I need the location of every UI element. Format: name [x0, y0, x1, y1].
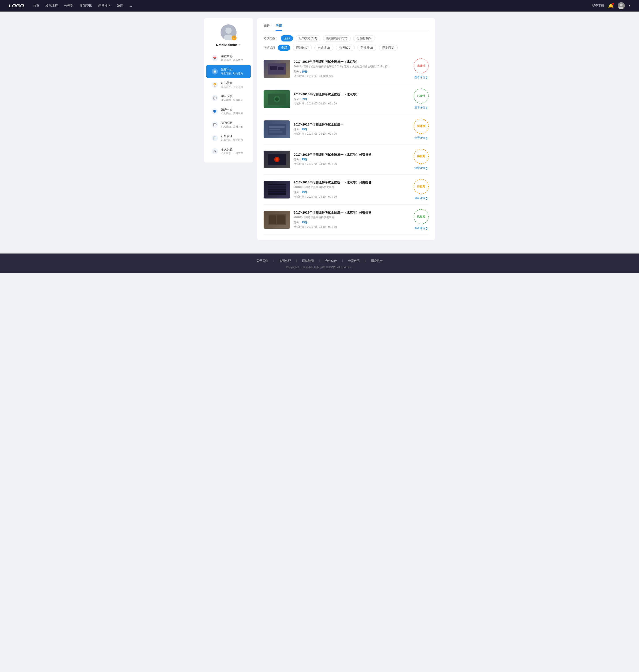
footer-link-partner[interactable]: 合作伙伴 — [325, 259, 337, 263]
footer-link-about[interactable]: 关于我们 — [256, 259, 268, 263]
page-container: 🏅 Natalie Smith ✏ 📅 课程中心 精彩课程、不容错过 ☰ 题库中… — [200, 12, 439, 247]
exam-action-5: 待批阅 查看详情 ❯ — [414, 179, 428, 200]
nav-more[interactable]: ... — [129, 4, 132, 8]
filter-type-paid[interactable]: 付费批卷(6) — [353, 35, 375, 42]
app-download-link[interactable]: APP下载 — [592, 4, 604, 8]
exam-detail-link-1[interactable]: 查看详情 ❯ — [415, 76, 428, 79]
footer-link-recruit[interactable]: 招贤纳士 — [371, 259, 383, 263]
filter-status-reviewed[interactable]: 已批阅(2) — [379, 45, 398, 51]
navbar: LOGO 首页 发现课程 公开课 新闻资讯 问答社区 题库 ... APP下载 … — [0, 0, 639, 12]
nav-question[interactable]: 题库 — [117, 4, 123, 8]
svg-rect-25 — [269, 215, 276, 224]
main-content: 题库 考试 考试类型： 全部 证书类考试(4) 随机抽题考试(5) 付费批卷(6… — [258, 18, 435, 240]
footer-link-disclaimer[interactable]: 免责声明 — [348, 259, 360, 263]
filter-type-random[interactable]: 随机抽题考试(5) — [323, 35, 350, 42]
exam-action-6: 已批阅 查看详情 ❯ — [414, 209, 428, 230]
filter-status-label: 考试状态 — [264, 46, 275, 50]
badge-icon: 🏆 — [212, 82, 218, 88]
badge-title: 证书荣誉 — [221, 81, 243, 85]
exam-detail-link-5[interactable]: 查看详情 ❯ — [415, 196, 428, 200]
filter-type-label: 考试类型： — [264, 36, 278, 41]
thumb-image-1 — [268, 63, 286, 75]
exam-detail-link-6[interactable]: 查看详情 ❯ — [415, 226, 428, 230]
exam-action-4: 待批阅 查看详情 ❯ — [414, 149, 428, 170]
sidebar-item-message[interactable]: 💭 我的消息 消息通知、及时了解 — [206, 118, 251, 131]
svg-rect-13 — [269, 126, 285, 128]
exam-title-6: 2017–2018年行测证件考试全国统一（北京卷）付费批卷 — [294, 211, 410, 215]
exam-info-3: 2017–2018年行测证件考试全国统一 得分：99分 考试时间：2019–05… — [294, 123, 410, 136]
sidebar-item-setting[interactable]: ⚙ 个人设置 个人信息、一键管理 — [206, 145, 251, 158]
nav-news[interactable]: 新闻资讯 — [80, 4, 92, 8]
sidebar-item-account[interactable]: 💙 账户中心 个人权益、实时掌握 — [206, 105, 251, 118]
exam-info-5: 2017–2018年行测证件考试全国统一（北京卷）付费批卷 2018年行测考试是… — [294, 180, 410, 199]
exam-detail-link-3[interactable]: 查看详情 ❯ — [415, 136, 428, 140]
exam-item: 2017–2018年行测证件考试全国统一（北京卷）付费批卷 得分：25分 考试时… — [264, 144, 428, 175]
logo[interactable]: LOGO — [9, 3, 24, 9]
exam-thumbnail-4 — [264, 150, 290, 168]
exam-detail-link-4[interactable]: 查看详情 ❯ — [415, 166, 428, 170]
nav-right: APP下载 🔔 ▾ — [592, 2, 630, 9]
exam-time-3: 考试时间：2019–05–03 10：09：09 — [294, 132, 410, 136]
nav-qa[interactable]: 问答社区 — [98, 4, 111, 8]
filter-status-passed[interactable]: 已通过(2) — [293, 45, 312, 51]
filter-status-review[interactable]: 待批阅(2) — [357, 45, 376, 51]
filter-type-cert[interactable]: 证书类考试(4) — [296, 35, 321, 42]
profile-edit-icon[interactable]: ✏ — [238, 43, 241, 47]
order-sub: 订单支出、明明白白 — [221, 139, 243, 142]
exam-info-2: 2017–2018年行测证件考试全国统一（北京卷） 得分：99分 考试时间：20… — [294, 93, 410, 106]
tab-exam[interactable]: 考试 — [276, 23, 282, 31]
profile-name: Natalie Smith — [216, 43, 237, 47]
exam-detail-link-2[interactable]: 查看详情 ❯ — [415, 106, 428, 110]
exam-score-2: 得分：99分 — [294, 97, 410, 101]
user-menu-dropdown-icon[interactable]: ▾ — [629, 4, 630, 7]
badge-sub: 收获荣誉、持证上岗 — [221, 85, 243, 89]
exam-item: 2017–2018年行测证件考试全国统一（北京卷） 2018年行测考试是最值得多… — [264, 54, 428, 84]
exam-desc-5: 2018年行测考试是最值得多去研究 — [294, 186, 410, 189]
exam-desc-6: 2018年行测考试是最值得多去研究 — [294, 215, 410, 219]
exam-status-stamp-6: 已批阅 — [414, 209, 428, 224]
filter-status-notpassed[interactable]: 未通过(2) — [314, 45, 333, 51]
tab-question-bank[interactable]: 题库 — [264, 23, 270, 31]
sidebar-item-order[interactable]: 📄 订单管理 订单支出、明明白白 — [206, 131, 251, 144]
sidebar-menu: 📅 课程中心 精彩课程、不容错过 ☰ 题库中心 海量习题、助力通关 🏆 证书荣誉… — [204, 52, 253, 158]
svg-rect-21 — [268, 188, 286, 189]
avatar-icon — [618, 2, 625, 9]
exam-status-stamp-4: 待批阅 — [414, 149, 428, 164]
thumb-image-4 — [268, 154, 286, 165]
sidebar-item-question[interactable]: ☰ 题库中心 海量习题、助力通关 — [206, 65, 251, 78]
message-title: 我的消息 — [221, 121, 243, 125]
exam-thumbnail-1 — [264, 60, 290, 78]
filter-status-pending[interactable]: 待考试(2) — [336, 45, 355, 51]
svg-point-4 — [225, 28, 232, 34]
exam-status-stamp-3: 待考试 — [414, 119, 428, 134]
exam-thumbnail-5 — [264, 181, 290, 198]
message-sub: 消息通知、及时了解 — [221, 125, 243, 128]
filter-type-all[interactable]: 全部 — [281, 35, 293, 42]
exam-thumbnail-3 — [264, 121, 290, 138]
nav-discover[interactable]: 发现课程 — [46, 4, 58, 8]
footer-link-agent[interactable]: 加盟代理 — [279, 259, 291, 263]
filter-status-row: 考试状态 全部 已通过(2) 未通过(2) 待考试(2) 待批阅(2) 已批阅(… — [264, 45, 428, 51]
thumb-image-2 — [268, 94, 286, 105]
filter-status-all[interactable]: 全部 — [278, 45, 290, 51]
nav-home[interactable]: 首页 — [33, 4, 39, 8]
svg-point-2 — [619, 7, 623, 9]
question-bank-sub: 海量习题、助力通关 — [221, 72, 243, 75]
order-icon: 📄 — [212, 135, 218, 141]
sidebar-item-badge[interactable]: 🏆 证书荣誉 收获荣誉、持证上岗 — [206, 78, 251, 91]
course-center-title: 课程中心 — [221, 54, 243, 58]
filter-type-row: 考试类型： 全部 证书类考试(4) 随机抽题考试(5) 付费批卷(6) — [264, 35, 428, 42]
exam-action-3: 待考试 查看详情 ❯ — [414, 119, 428, 140]
avatar[interactable] — [618, 2, 625, 9]
exam-time-6: 考试时间：2019–05–03 10：09：09 — [294, 225, 410, 229]
exam-status-stamp-2: 已通过 — [414, 89, 428, 103]
exam-score-5: 得分：99分 — [294, 191, 410, 194]
exam-time-5: 考试时间：2019–05–03 10：09：09 — [294, 195, 410, 199]
nav-open-course[interactable]: 公开课 — [64, 4, 74, 8]
qa-title: 学习问答 — [221, 94, 243, 98]
sidebar-item-course[interactable]: 📅 课程中心 精彩课程、不容错过 — [206, 52, 251, 65]
footer-link-sitemap[interactable]: 网站地图 — [302, 259, 314, 263]
exam-title-4: 2017–2018年行测证件考试全国统一（北京卷）付费批卷 — [294, 153, 410, 157]
bell-button[interactable]: 🔔 — [608, 3, 614, 9]
sidebar-item-qa[interactable]: 💬 学习问答 课后巩固、疑难解答 — [206, 92, 251, 105]
